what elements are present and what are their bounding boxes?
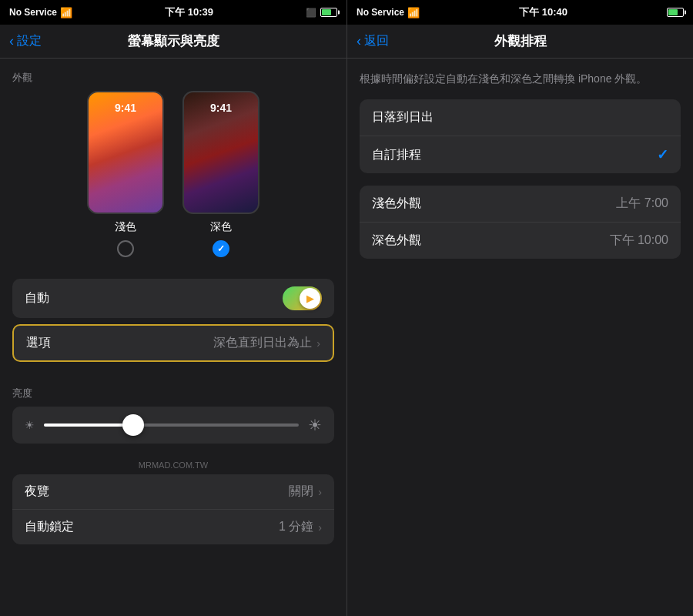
schedule-options-group: 日落到日出 自訂排程 ✓: [360, 99, 681, 173]
auto-lock-chevron: ›: [318, 521, 322, 534]
custom-schedule-row[interactable]: 自訂排程 ✓: [360, 136, 681, 173]
no-service-label-right: No Service: [357, 7, 404, 18]
preview-container: 9:41 淺色 9:41 深色 ✓: [12, 91, 334, 257]
brightness-section: ☀ ☀: [12, 407, 334, 444]
auto-lock-value: 1 分鐘: [279, 519, 313, 535]
dark-radio-check: ✓: [217, 243, 225, 254]
left-nav-title: 螢幕顯示與亮度: [128, 32, 219, 50]
auto-lock-value-container: 1 分鐘 ›: [279, 519, 322, 535]
light-preview-item[interactable]: 9:41 淺色: [87, 91, 164, 257]
left-time: 下午 10:39: [165, 5, 213, 19]
battery-fill-right: [668, 9, 678, 15]
brightness-dim-icon: ☀: [25, 419, 35, 431]
brightness-fill: [44, 424, 133, 427]
bottom-settings-group: 夜覽 關閉 › 自動鎖定 1 分鐘 ›: [12, 474, 334, 544]
dark-preview-item[interactable]: 9:41 深色 ✓: [182, 91, 259, 257]
left-status-bar: No Service 📶 下午 10:39 ⬛: [0, 0, 346, 25]
right-status-bar: No Service 📶 下午 10:40: [347, 0, 693, 25]
right-panel: No Service 📶 下午 10:40 ‹ 返回 外觀排程 根據時間偏好設定…: [346, 0, 693, 616]
right-back-button[interactable]: ‹ 返回: [357, 33, 389, 49]
dark-appearance-value: 下午 10:00: [610, 233, 668, 249]
appearance-section-label: 外觀: [0, 59, 346, 91]
watermark: MRMAD.COM.TW: [0, 456, 346, 474]
sunset-sunrise-label: 日落到日出: [372, 109, 434, 126]
dark-appearance-row[interactable]: 深色外觀 下午 10:00: [360, 223, 681, 259]
light-phone-preview: 9:41: [87, 91, 164, 214]
options-value: 深色直到日出為止: [213, 335, 312, 351]
sunset-sunrise-row[interactable]: 日落到日出: [360, 99, 681, 136]
right-back-label: 返回: [364, 33, 389, 49]
brightness-thumb[interactable]: [122, 414, 144, 436]
light-appearance-label: 淺色外觀: [372, 196, 421, 212]
right-time: 下午 10:40: [519, 5, 567, 19]
no-service-label-left: No Service: [9, 7, 57, 18]
brightness-slider[interactable]: [44, 424, 299, 427]
left-back-button[interactable]: ‹ 設定: [9, 33, 42, 49]
options-label: 選項: [26, 335, 51, 351]
right-status-left: No Service 📶: [357, 7, 420, 18]
options-row[interactable]: 選項 深色直到日出為止 ›: [12, 324, 334, 362]
left-back-chevron: ‹: [9, 33, 14, 49]
brightness-section-label: 亮度: [0, 374, 346, 407]
brightness-bright-icon: ☀: [308, 416, 322, 434]
appearance-previews: 9:41 淺色 9:41 深色 ✓: [0, 91, 346, 279]
dark-phone-preview: 9:41: [182, 91, 259, 214]
brightness-row: ☀ ☀: [12, 407, 334, 444]
auto-lock-row[interactable]: 自動鎖定 1 分鐘 ›: [12, 510, 334, 544]
night-shift-value: 關閉: [289, 484, 313, 500]
light-phone-time: 9:41: [89, 102, 162, 114]
battery-label-left: ⬛: [306, 8, 316, 18]
light-appearance-value: 上午 7:00: [616, 196, 668, 212]
auto-label: 自動: [25, 290, 49, 306]
options-value-container: 深色直到日出為止 ›: [213, 335, 320, 351]
dark-preview-label: 深色: [210, 220, 232, 234]
right-back-chevron: ‹: [357, 33, 361, 49]
auto-row: 自動 ▶: [12, 279, 334, 318]
right-nav-bar: ‹ 返回 外觀排程: [347, 25, 693, 59]
custom-schedule-label: 自訂排程: [372, 147, 421, 163]
night-shift-label: 夜覽: [25, 484, 49, 500]
auto-toggle[interactable]: ▶: [283, 286, 322, 310]
night-shift-chevron: ›: [318, 486, 322, 498]
battery-icon-right: [667, 8, 684, 17]
custom-schedule-value: ✓: [657, 146, 668, 163]
light-preview-label: 淺色: [115, 220, 136, 234]
left-nav-bar: ‹ 設定 螢幕顯示與亮度: [0, 25, 346, 59]
battery-icon-left: [320, 8, 337, 17]
dark-appearance-label: 深色外觀: [372, 233, 421, 249]
left-back-label: 設定: [17, 33, 42, 49]
light-radio[interactable]: [117, 240, 134, 257]
options-chevron: ›: [316, 337, 320, 350]
schedule-description: 根據時間偏好設定自動在淺色和深色之間轉換 iPhone 外觀。: [347, 59, 693, 93]
left-status-right: ⬛: [306, 8, 337, 18]
night-shift-value-container: 關閉 ›: [289, 484, 322, 500]
battery-fill-left: [322, 9, 331, 15]
time-settings-group: 淺色外觀 上午 7:00 深色外觀 下午 10:00: [360, 186, 681, 259]
custom-schedule-checkmark: ✓: [657, 146, 668, 163]
right-nav-title: 外觀排程: [494, 32, 547, 50]
wifi-icon-right: 📶: [407, 7, 420, 18]
left-panel: No Service 📶 下午 10:39 ⬛ ‹ 設定 螢幕顯示與亮度 外觀 …: [0, 0, 346, 616]
dark-radio[interactable]: ✓: [213, 240, 229, 257]
night-shift-row[interactable]: 夜覽 關閉 ›: [12, 474, 334, 510]
auto-lock-label: 自動鎖定: [25, 519, 74, 535]
left-status-left: No Service 📶: [9, 7, 72, 18]
right-status-right: [667, 8, 684, 17]
wifi-icon-left: 📶: [60, 7, 72, 18]
light-appearance-row[interactable]: 淺色外觀 上午 7:00: [360, 186, 681, 223]
dark-phone-time: 9:41: [184, 102, 258, 114]
